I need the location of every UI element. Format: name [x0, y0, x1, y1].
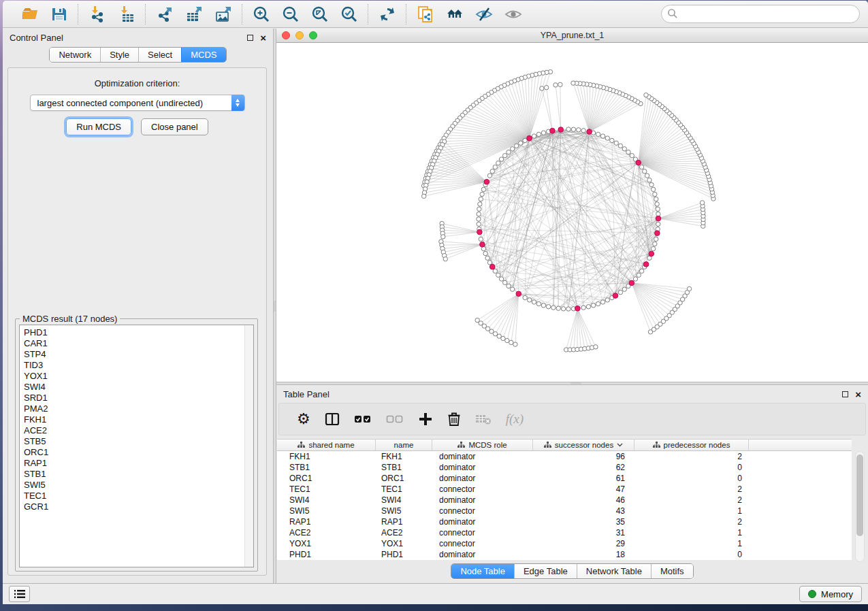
- save-session-button[interactable]: [50, 5, 68, 23]
- graph-node[interactable]: [596, 301, 600, 306]
- splitter-grip[interactable]: [570, 382, 581, 384]
- graph-leaf-node[interactable]: [443, 257, 447, 261]
- graph-node[interactable]: [654, 197, 658, 201]
- open-file-button[interactable]: [20, 5, 39, 23]
- table-cell[interactable]: TEC1: [277, 484, 376, 495]
- graph-leaf-node[interactable]: [571, 81, 575, 85]
- graph-node[interactable]: [605, 136, 609, 140]
- graph-mcds-node[interactable]: [629, 280, 634, 286]
- add-column-button[interactable]: [418, 410, 433, 428]
- maximize-window-icon[interactable]: [309, 31, 317, 39]
- table-cell[interactable]: 31: [533, 527, 634, 538]
- select-all-button[interactable]: [354, 410, 372, 428]
- graph-leaf-node[interactable]: [501, 336, 505, 340]
- mcds-result-item[interactable]: STP4: [20, 349, 253, 360]
- tab-style[interactable]: Style: [100, 48, 138, 62]
- graph-leaf-node[interactable]: [644, 93, 648, 97]
- mcds-result-item[interactable]: TEC1: [20, 491, 253, 501]
- function-builder-button[interactable]: f(x): [506, 410, 524, 428]
- import-table-button[interactable]: [117, 5, 135, 23]
- graph-node[interactable]: [626, 150, 630, 154]
- graph-mcds-node[interactable]: [558, 127, 564, 133]
- table-cell[interactable]: ACE2: [376, 527, 432, 538]
- graph-mcds-node[interactable]: [613, 293, 618, 299]
- graph-node[interactable]: [487, 261, 492, 265]
- splitter-grip[interactable]: [274, 301, 276, 312]
- table-cell[interactable]: RAP1: [376, 516, 432, 527]
- graph-mcds-node[interactable]: [484, 179, 489, 184]
- table-cell[interactable]: 2: [634, 516, 749, 527]
- graph-mcds-node[interactable]: [550, 128, 556, 133]
- column-header-name[interactable]: name: [376, 440, 432, 450]
- graph-mcds-node[interactable]: [643, 262, 649, 267]
- graph-node[interactable]: [577, 128, 581, 132]
- apply-layout-button[interactable]: [378, 5, 396, 23]
- column-header-predecessor-nodes[interactable]: predecessor nodes: [634, 440, 749, 450]
- mcds-result-item[interactable]: CAR1: [20, 338, 253, 349]
- table-cell[interactable]: STB1: [376, 462, 432, 473]
- float-panel-icon[interactable]: [247, 35, 253, 41]
- table-cell[interactable]: SWI5: [376, 506, 432, 516]
- graph-node[interactable]: [651, 246, 655, 250]
- mcds-result-item[interactable]: ACE2: [20, 425, 253, 436]
- graph-node[interactable]: [596, 132, 600, 136]
- close-window-icon[interactable]: [282, 31, 290, 39]
- graph-node[interactable]: [618, 144, 622, 148]
- mcds-result-item[interactable]: SRD1: [20, 393, 253, 403]
- graph-node[interactable]: [493, 165, 497, 169]
- column-header-successor-nodes[interactable]: successor nodes: [533, 440, 634, 450]
- table-cell[interactable]: RAP1: [277, 516, 376, 527]
- table-cell[interactable]: dominator: [432, 462, 533, 473]
- split-view-button[interactable]: [325, 410, 340, 428]
- table-cell[interactable]: PHD1: [277, 549, 376, 560]
- table-cell[interactable]: 47: [533, 484, 634, 495]
- table-cell[interactable]: YOX1: [277, 538, 376, 549]
- graph-node[interactable]: [477, 217, 481, 221]
- minimize-window-icon[interactable]: [295, 31, 304, 39]
- graph-mcds-node[interactable]: [655, 231, 660, 236]
- graph-mcds-node[interactable]: [489, 264, 495, 269]
- graph-node[interactable]: [556, 306, 560, 310]
- table-cell[interactable]: SWI4: [277, 495, 376, 506]
- tab-node-table[interactable]: Node Table: [451, 564, 514, 578]
- graph-node[interactable]: [622, 287, 626, 291]
- table-cell[interactable]: TEC1: [376, 484, 432, 495]
- import-network-button[interactable]: [88, 5, 106, 23]
- table-row[interactable]: YOX1YOX1connector291: [277, 538, 852, 549]
- mcds-result-item[interactable]: ORC1: [20, 447, 253, 458]
- table-cell[interactable]: 0: [634, 549, 749, 560]
- export-network-button[interactable]: [155, 5, 174, 23]
- table-cell[interactable]: 43: [533, 506, 634, 516]
- graph-node[interactable]: [499, 277, 503, 281]
- graph-node[interactable]: [496, 161, 500, 165]
- table-cell[interactable]: 61: [533, 473, 634, 484]
- graph-node[interactable]: [510, 287, 514, 291]
- graph-node[interactable]: [605, 298, 609, 302]
- graph-node[interactable]: [528, 298, 532, 302]
- graph-node[interactable]: [536, 301, 541, 306]
- network-graph[interactable]: [276, 43, 868, 382]
- mcds-result-item[interactable]: SWI5: [20, 480, 253, 491]
- graph-node[interactable]: [493, 269, 497, 273]
- graph-node[interactable]: [478, 202, 482, 206]
- graph-node[interactable]: [532, 300, 536, 304]
- table-cell[interactable]: 1: [634, 506, 749, 516]
- table-row[interactable]: TEC1TEC1connector472: [277, 484, 852, 495]
- table-row[interactable]: SWI4SWI4dominator462: [277, 495, 852, 506]
- graph-node[interactable]: [618, 290, 622, 294]
- graph-leaf-node[interactable]: [553, 83, 558, 87]
- graph-node[interactable]: [630, 153, 634, 157]
- graph-node[interactable]: [633, 277, 637, 281]
- mcds-result-item[interactable]: STB5: [20, 436, 253, 447]
- graph-node[interactable]: [541, 131, 545, 135]
- graph-node[interactable]: [532, 134, 536, 138]
- graph-node[interactable]: [477, 207, 481, 211]
- table-cell[interactable]: connector: [432, 506, 533, 516]
- graph-node[interactable]: [561, 307, 565, 311]
- column-header-shared-name[interactable]: shared name: [277, 440, 376, 450]
- graph-mcds-node[interactable]: [636, 160, 641, 165]
- table-row[interactable]: FKH1FKH1dominator962: [277, 451, 852, 462]
- graph-node[interactable]: [496, 273, 500, 277]
- delete-table-button[interactable]: [475, 410, 492, 428]
- table-cell[interactable]: 46: [533, 495, 634, 506]
